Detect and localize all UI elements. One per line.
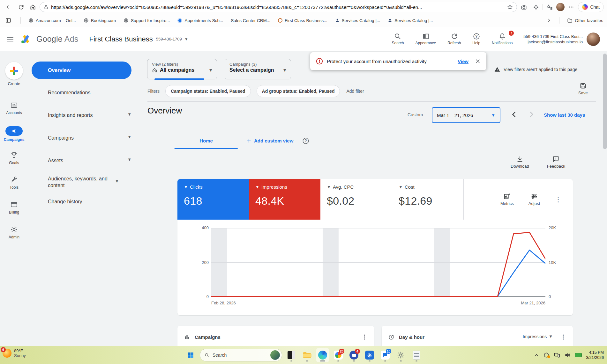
notifications-action[interactable]: ! Notifications [492, 33, 513, 45]
nav-item-campaigns[interactable]: Campaigns ▼ [48, 135, 131, 141]
filter-chip-adgroup-status[interactable]: Ad group status: Enabled, Paused [257, 85, 340, 97]
taskbar-file-explorer[interactable] [301, 348, 313, 362]
folder-icon [303, 351, 311, 359]
toast-view-link[interactable]: View [458, 59, 468, 64]
sidebar-item-goals[interactable]: Goals [0, 151, 28, 165]
tray-update-icon[interactable] [543, 352, 550, 358]
bookmark-item[interactable]: Appointments Sch... [177, 18, 223, 23]
person-icon [388, 18, 392, 23]
day-hour-card-menu[interactable]: ⋮ [560, 333, 566, 340]
home-button[interactable] [27, 2, 38, 12]
main-menu-button[interactable] [7, 36, 13, 43]
sidebar-item-tools[interactable]: Tools [0, 176, 28, 190]
chart-plot-area[interactable] [211, 228, 545, 297]
scorecard-impressions[interactable]: ▼Impressions 48.4K [249, 179, 320, 220]
screenshot-camera-button[interactable] [518, 2, 529, 12]
tabs-help-icon[interactable]: ? [302, 137, 309, 144]
page-scrollbar[interactable] [603, 52, 607, 344]
nav-item-overview[interactable]: Overview [32, 62, 131, 79]
profile-account-line: 559-436-1709 First Class Busi... [523, 34, 583, 39]
date-range-picker[interactable]: Mar 1 – 21, 2026 ▼ [432, 107, 500, 123]
show-last-30-days-link[interactable]: Show last 30 days [544, 112, 585, 118]
previous-period-chevron-icon[interactable] [510, 110, 518, 119]
chart-more-menu[interactable]: ⋮ [555, 195, 562, 204]
tab-actions-button[interactable] [4, 16, 13, 25]
back-button[interactable] [3, 2, 14, 12]
account-switcher-caret-icon[interactable]: ▼ [184, 37, 188, 41]
bookmark-item[interactable]: Services Catalog |... [335, 18, 380, 23]
copilot-chat-button[interactable]: Chat [578, 2, 604, 12]
bookmark-item[interactable]: Support for Inspiro... [124, 18, 170, 23]
address-bar[interactable]: https://ads.google.com/aw/overview?ocid=… [40, 2, 517, 12]
scrollbar-thumb[interactable] [603, 54, 607, 149]
bookmarks-overflow-chevron-icon[interactable] [546, 18, 551, 23]
favorite-star-icon[interactable] [507, 4, 513, 10]
nav-item-insights-reports[interactable]: Insights and reports ▼ [48, 112, 131, 119]
browser-essentials-button[interactable] [530, 2, 541, 12]
nav-item-recommendations[interactable]: Recommendations [48, 89, 131, 96]
add-custom-view-button[interactable]: Add custom view [246, 138, 293, 143]
nav-item-assets[interactable]: Assets ▼ [48, 157, 131, 164]
bookmark-item[interactable]: Amazon.com – Onl... [28, 18, 76, 23]
taskbar-chat[interactable]: 10 [379, 348, 392, 362]
profile-avatar[interactable] [587, 33, 600, 46]
scorecard-clicks[interactable]: ▼Clicks 618 [177, 179, 249, 220]
taskbar-edge[interactable] [316, 348, 329, 362]
speaker-icon[interactable] [564, 352, 571, 358]
nav-item-audiences[interactable]: Audiences, keywords, and content ▼ [48, 175, 133, 189]
bookmark-item[interactable]: Sales Center CRM... [231, 18, 270, 23]
refresh-action[interactable]: Refresh [447, 33, 461, 45]
battery-icon[interactable] [575, 353, 582, 357]
create-button[interactable]: Create [0, 62, 28, 86]
save-button[interactable]: Save [578, 82, 588, 95]
scorecard-cost[interactable]: ▼Cost $12.69 [392, 179, 463, 220]
close-icon[interactable] [475, 58, 481, 64]
search-action[interactable]: Search [392, 33, 404, 45]
nav-item-change-history[interactable]: Change history [48, 198, 131, 205]
sidebar-item-campaigns[interactable]: Campaigns [0, 126, 28, 142]
taskbar-snowflake-app[interactable] [363, 348, 376, 362]
taskbar-settings[interactable] [394, 348, 407, 362]
scorecard-avg-cpc[interactable]: ▼Avg. CPC $0.02 [320, 179, 392, 220]
favorites-bar-button[interactable] [544, 2, 555, 12]
other-favorites-button[interactable]: Other favorites [567, 18, 603, 23]
start-button[interactable] [184, 348, 197, 362]
help-action[interactable]: ? Help [472, 33, 480, 45]
bookmark-item[interactable]: First Class Business... [278, 18, 327, 23]
taskbar-notepad[interactable] [410, 348, 423, 362]
bookmark-label: Amazon.com – Onl... [36, 18, 76, 23]
brand-ads: Ads [64, 34, 79, 43]
browser-menu-button[interactable] [566, 2, 577, 12]
day-hour-metric-select[interactable]: Impressions ▼ [523, 334, 553, 340]
feedback-button[interactable]: Feedback [547, 156, 565, 169]
sidebar-item-billing[interactable]: Billing [0, 201, 28, 215]
taskbar-clock[interactable]: 4:15 PM 3/21/2026 [586, 350, 604, 360]
bookmark-item[interactable]: Booking.com [84, 18, 116, 23]
scorecard-label: Avg. CPC [333, 184, 354, 190]
bookmark-item[interactable]: Services Catalog |... [388, 18, 433, 23]
taskbar-app-dark[interactable] [285, 348, 298, 362]
chevron-down-icon: ▼ [127, 135, 131, 139]
adjust-button[interactable]: Adjust [528, 193, 540, 206]
taskbar-photos[interactable]: 20 [332, 348, 345, 362]
taskbar-zoom[interactable]: 4 [348, 348, 360, 362]
filter-chip-campaign-status[interactable]: Campaign status: Enabled, Paused [165, 85, 251, 97]
browser-profile-avatar[interactable] [556, 3, 565, 11]
appearance-action[interactable]: Appearance [415, 33, 436, 45]
phone-link-icon[interactable] [554, 352, 560, 358]
hidden-icons-chevron-icon[interactable] [534, 353, 539, 358]
next-period-chevron-icon[interactable] [527, 110, 536, 119]
campaigns-card-menu[interactable]: ⋮ [362, 333, 368, 340]
taskbar-search-box[interactable]: Search [200, 349, 282, 361]
campaign-selector[interactable]: Campaigns (3) Select a campaign ▼ [225, 59, 291, 79]
tab-home[interactable]: Home [174, 133, 238, 149]
metrics-button[interactable]: Metrics [500, 193, 514, 206]
add-filter-button[interactable]: Add filter [346, 89, 364, 94]
view-selector[interactable]: View (2 filters) All campaigns ▼ [147, 59, 217, 79]
download-button[interactable]: Download [511, 156, 529, 169]
sidebar-item-admin[interactable]: Admin [0, 226, 28, 239]
sidebar-item-accounts[interactable]: Accounts [0, 101, 28, 115]
account-profile[interactable]: 559-436-1709 First Class Busi... jackson… [523, 33, 600, 46]
reload-button[interactable] [15, 2, 26, 12]
taskbar-weather-widget[interactable]: 6 89°F Sunny [3, 348, 26, 358]
